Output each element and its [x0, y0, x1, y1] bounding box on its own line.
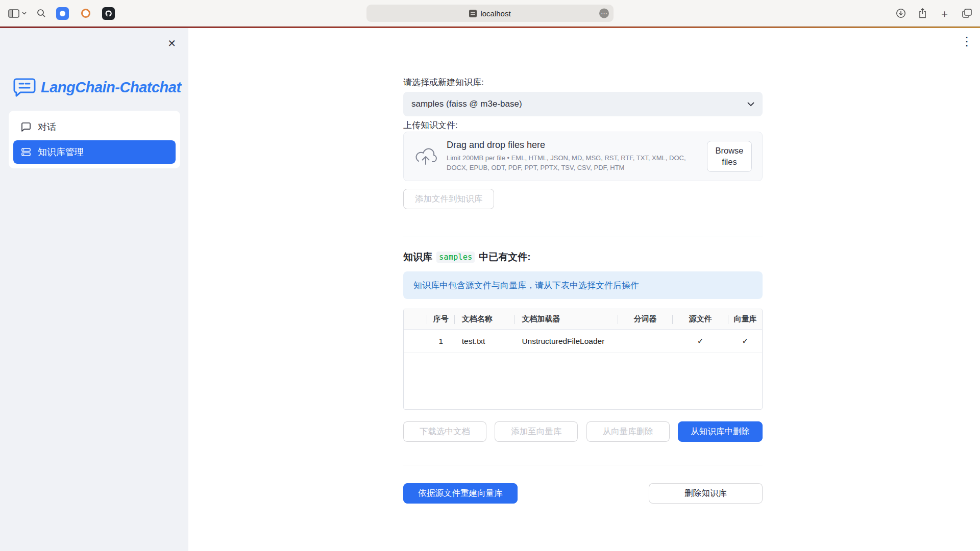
sidebar-item-label: 知识库管理 — [38, 146, 84, 158]
tabs-icon — [962, 9, 972, 18]
sidebar-item-knowledge-base[interactable]: 知识库管理 — [13, 140, 176, 164]
cloud-upload-icon — [414, 147, 437, 166]
sidebar-nav: 对话 知识库管理 — [9, 111, 180, 168]
tab-overview-button[interactable] — [962, 9, 972, 18]
download-selected-button[interactable]: 下载选中文档 — [403, 421, 486, 442]
search-button[interactable] — [37, 9, 46, 18]
extension-orange-glyph — [81, 9, 90, 18]
site-favicon-icon — [469, 10, 477, 17]
sidebar-panel-icon — [8, 9, 19, 18]
github-octocat-icon — [104, 9, 113, 18]
browser-toolbar: localhost ⋯ ＋ — [0, 0, 980, 27]
extension-blue-icon[interactable] — [56, 7, 69, 20]
logo-chat-icon — [13, 77, 36, 97]
file-action-buttons: 下载选中文档 添加至向量库 从向量库删除 从知识库中删除 — [403, 421, 763, 442]
kb-name-code: samples — [436, 252, 475, 263]
delete-knowledge-base-button[interactable]: 删除知识库 — [649, 483, 763, 504]
column-header-splitter[interactable]: 分词器 — [618, 309, 673, 329]
selection-column-header — [404, 309, 427, 329]
file-dropzone[interactable]: Drag and drop files here Limit 200MB per… — [403, 132, 763, 181]
cell-index: 1 — [427, 330, 455, 353]
chevron-down-icon — [22, 12, 27, 15]
files-table: 序号 文档名称 文档加载器 分词器 源文件 向量库 1 test.txt Uns… — [403, 309, 763, 410]
delete-from-vector-button[interactable]: 从向量库删除 — [586, 421, 670, 442]
kb-select-label: 请选择或新建知识库: — [403, 77, 763, 88]
dropzone-title: Drag and drop files here — [447, 140, 698, 151]
dropzone-text: Drag and drop files here Limit 200MB per… — [447, 140, 707, 173]
share-icon — [918, 8, 927, 18]
add-to-vector-button[interactable]: 添加至向量库 — [495, 421, 578, 442]
knowledge-base-icon — [21, 147, 31, 157]
chat-bubble-icon — [21, 122, 31, 132]
upload-label: 上传知识文件: — [403, 119, 763, 131]
chevron-down-icon — [747, 102, 754, 107]
sidebar: ✕ LangChain-Chatchat 对话 — [0, 28, 188, 551]
table-row[interactable]: 1 test.txt UnstructuredFileLoader ✓ ✓ — [404, 330, 762, 353]
kb-selectbox[interactable]: samples (faiss @ m3e-base) — [403, 92, 763, 116]
column-header-source[interactable]: 源文件 — [673, 309, 729, 329]
kb-files-heading: 知识库 samples 中已有文件: — [403, 251, 763, 264]
column-header-index[interactable]: 序号 — [427, 309, 455, 329]
cell-splitter — [618, 330, 673, 353]
column-header-vector[interactable]: 向量库 — [728, 309, 762, 329]
app-page: ✕ LangChain-Chatchat 对话 — [0, 28, 980, 551]
divider — [403, 465, 763, 465]
cell-name: test.txt — [455, 330, 515, 353]
cell-loader: UnstructuredFileLoader — [514, 330, 618, 353]
extension-blue-glyph — [60, 11, 65, 16]
main-content: 请选择或新建知识库: samples (faiss @ m3e-base) 上传… — [403, 77, 763, 504]
browse-files-button[interactable]: Browse files — [707, 141, 752, 172]
kb-footer-buttons: 依据源文件重建向量库 删除知识库 — [403, 483, 763, 504]
cell-vector-check: ✓ — [728, 330, 762, 353]
sidebar-close-button[interactable]: ✕ — [167, 37, 176, 49]
info-message: 知识库中包含源文件与向量库，请从下表中选择文件后操作 — [403, 271, 763, 299]
new-tab-button[interactable]: ＋ — [939, 8, 950, 19]
share-button[interactable] — [918, 8, 927, 18]
rebuild-vector-store-button[interactable]: 依据源文件重建向量库 — [403, 483, 518, 504]
downloads-button[interactable] — [896, 8, 906, 18]
app-logo: LangChain-Chatchat — [13, 77, 181, 97]
add-files-to-kb-button[interactable]: 添加文件到知识库 — [403, 189, 494, 209]
row-selection-cell[interactable] — [404, 330, 427, 353]
download-icon — [896, 8, 906, 18]
column-header-loader[interactable]: 文档加载器 — [514, 309, 618, 329]
divider — [403, 237, 763, 237]
delete-from-kb-button[interactable]: 从知识库中删除 — [678, 421, 763, 442]
plus-icon: ＋ — [939, 8, 950, 19]
extension-orange-icon[interactable] — [79, 7, 92, 20]
logo-text: LangChain-Chatchat — [41, 79, 181, 96]
column-header-name[interactable]: 文档名称 — [455, 309, 515, 329]
cell-source-check: ✓ — [673, 330, 729, 353]
sidebar-item-dialogue[interactable]: 对话 — [13, 115, 176, 139]
kb-selectbox-value: samples (faiss @ m3e-base) — [411, 99, 747, 109]
address-bar[interactable]: localhost ⋯ — [366, 5, 614, 22]
app-menu-kebab-icon[interactable]: ⋮ — [961, 35, 973, 47]
heading-suffix: 中已有文件: — [479, 251, 530, 264]
search-icon — [37, 9, 46, 18]
heading-prefix: 知识库 — [403, 251, 432, 264]
github-extension-icon[interactable] — [102, 7, 115, 20]
table-header-row: 序号 文档名称 文档加载器 分词器 源文件 向量库 — [404, 309, 762, 330]
page-menu-icon[interactable]: ⋯ — [599, 9, 609, 18]
dropzone-limit: Limit 200MB per file • EML, HTML, JSON, … — [447, 154, 698, 173]
sidebar-toggle-button[interactable] — [8, 9, 27, 18]
sidebar-item-label: 对话 — [38, 121, 56, 133]
address-url: localhost — [480, 9, 510, 18]
